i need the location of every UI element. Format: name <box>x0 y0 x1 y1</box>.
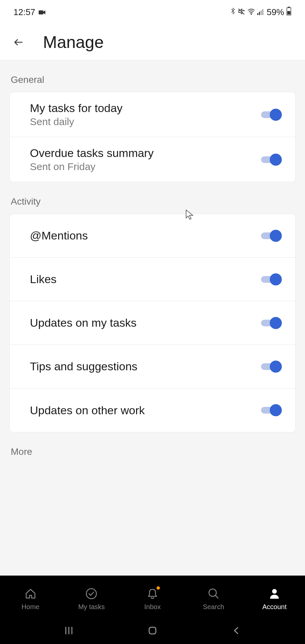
status-right: 59% <box>230 7 292 18</box>
svg-point-11 <box>272 589 277 594</box>
video-icon <box>39 7 46 17</box>
nav-tabs: Home My tasks Inbox Search Account <box>0 576 305 619</box>
svg-rect-4 <box>261 10 262 15</box>
nav-tab-label: Home <box>21 603 39 611</box>
item-overdue-summary[interactable]: Overdue tasks summary Sent on Friday <box>10 137 295 182</box>
list-item-content: Updates on other work <box>30 404 145 417</box>
system-home-button[interactable] <box>147 626 158 637</box>
svg-rect-2 <box>257 13 258 15</box>
section-header-more: More <box>0 432 305 464</box>
nav-tab-search[interactable]: Search <box>183 579 244 619</box>
page-title: Manage <box>43 33 104 52</box>
toggle-overdue-summary[interactable] <box>260 154 282 166</box>
home-icon <box>24 587 37 600</box>
nav-tab-label: Search <box>203 603 224 611</box>
list-item-title: Overdue tasks summary <box>30 147 154 160</box>
mute-icon <box>238 7 245 17</box>
list-item-title: Likes <box>30 273 56 286</box>
toggle-my-tasks-today[interactable] <box>260 109 282 121</box>
svg-rect-3 <box>259 12 260 15</box>
svg-point-1 <box>251 13 252 15</box>
system-recent-button[interactable] <box>64 626 74 637</box>
toggle-updates-my-tasks[interactable] <box>260 317 282 329</box>
item-my-tasks-today[interactable]: My tasks for today Sent daily <box>10 92 295 137</box>
nav-tab-label: Account <box>262 603 287 611</box>
item-likes[interactable]: Likes <box>10 258 295 301</box>
toggle-likes[interactable] <box>260 273 282 285</box>
list-item-subtitle: Sent daily <box>30 116 123 127</box>
item-mentions[interactable]: @Mentions <box>10 214 295 258</box>
toggle-tips-suggestions[interactable] <box>260 361 282 373</box>
status-bar: 12:57 59% <box>0 0 305 24</box>
bottom-nav: Home My tasks Inbox Search Account <box>0 576 305 644</box>
list-item-content: My tasks for today Sent daily <box>30 102 123 127</box>
list-item-title: Tips and suggestions <box>30 360 137 373</box>
item-tips-suggestions[interactable]: Tips and suggestions <box>10 345 295 388</box>
system-nav <box>0 619 305 644</box>
system-back-button[interactable] <box>231 626 241 637</box>
battery-icon <box>286 7 292 18</box>
back-button[interactable] <box>12 36 26 49</box>
bell-icon <box>146 587 159 600</box>
list-item-title: Updates on my tasks <box>30 316 136 329</box>
list-item-title: Updates on other work <box>30 404 145 417</box>
nav-tab-home[interactable]: Home <box>0 579 61 619</box>
card-general: My tasks for today Sent daily Overdue ta… <box>9 92 296 182</box>
item-updates-my-tasks[interactable]: Updates on my tasks <box>10 301 295 345</box>
list-item-content: Overdue tasks summary Sent on Friday <box>30 147 154 172</box>
svg-rect-15 <box>149 627 156 634</box>
wifi-icon <box>247 7 255 17</box>
list-item-title: @Mentions <box>30 229 88 242</box>
list-item-content: Likes <box>30 273 56 286</box>
list-item-content: @Mentions <box>30 229 88 242</box>
bluetooth-icon <box>230 7 236 17</box>
list-item-title: My tasks for today <box>30 102 123 115</box>
list-item-content: Tips and suggestions <box>30 360 137 373</box>
signal-icon <box>257 7 265 17</box>
section-header-activity: Activity <box>0 182 305 214</box>
person-icon <box>268 587 281 600</box>
nav-tab-label: My tasks <box>78 603 105 611</box>
battery-percent: 59% <box>267 7 284 17</box>
app-header: Manage <box>0 24 305 60</box>
search-icon <box>207 587 220 600</box>
svg-rect-5 <box>262 9 263 15</box>
nav-tab-inbox[interactable]: Inbox <box>122 579 183 619</box>
nav-tab-mytasks[interactable]: My tasks <box>61 579 122 619</box>
list-item-content: Updates on my tasks <box>30 316 136 329</box>
checkmark-circle-icon <box>85 587 98 600</box>
notification-badge <box>157 586 160 590</box>
svg-rect-0 <box>39 10 43 14</box>
nav-tab-label: Inbox <box>144 603 161 611</box>
status-left: 12:57 <box>13 7 46 17</box>
section-header-general: General <box>0 60 305 92</box>
content-scroll[interactable]: General My tasks for today Sent daily Ov… <box>0 60 305 471</box>
svg-rect-8 <box>288 11 291 14</box>
list-item-subtitle: Sent on Friday <box>30 161 154 172</box>
svg-point-9 <box>86 589 96 599</box>
status-time: 12:57 <box>13 7 35 17</box>
toggle-mentions[interactable] <box>260 230 282 242</box>
card-activity: @Mentions Likes Updates on my tasks <box>9 214 296 432</box>
item-updates-other-work[interactable]: Updates on other work <box>10 388 295 432</box>
toggle-updates-other-work[interactable] <box>260 404 282 416</box>
nav-tab-account[interactable]: Account <box>244 579 305 619</box>
